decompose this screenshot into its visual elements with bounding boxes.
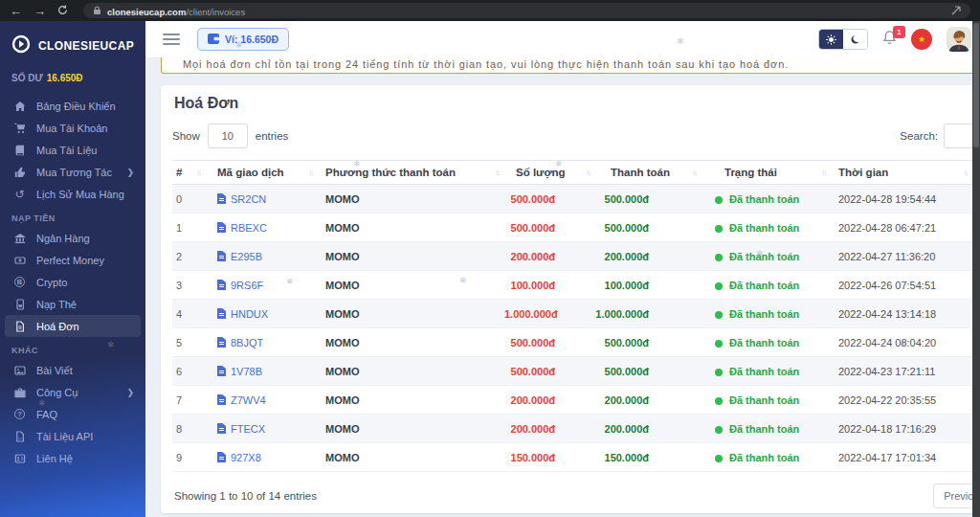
send-icon[interactable]: [951, 6, 961, 15]
status-dot: [715, 397, 723, 405]
sidebar-item-api-docs[interactable]: Tài Liệu API: [0, 425, 145, 447]
cell-index: 9: [172, 443, 206, 472]
sidebar-item-invoices[interactable]: Hoá Đơn: [5, 315, 141, 337]
sidebar-item-label: FAQ: [36, 409, 57, 420]
brand-logo[interactable]: CLONESIEUCAP: [0, 21, 145, 65]
sidebar-item-top-up-card[interactable]: Nạp Thẻ: [0, 293, 145, 315]
cell-method: MOMO: [318, 242, 504, 271]
status-dot: [715, 254, 723, 261]
file-icon: [217, 193, 226, 204]
invoice-link[interactable]: 8BJQT: [217, 337, 318, 348]
image-icon: [13, 365, 26, 376]
show-label: Show: [172, 130, 200, 142]
invoice-link[interactable]: RBEXC: [217, 222, 318, 234]
sidebar-item-dashboard[interactable]: Bảng Điều Khiển: [0, 95, 145, 117]
invoice-link[interactable]: Z7WV4: [217, 394, 318, 406]
sidebar-item-faq[interactable]: ? FAQ: [0, 403, 145, 425]
cell-quantity: 200.000đ: [504, 386, 595, 415]
sidebar-item-label: Công Cụ: [36, 387, 78, 398]
book-icon: [13, 145, 26, 156]
sidebar: CLONESIEUCAP SỐ DƯ16.650Đ Bảng Điều Khiể…: [0, 21, 145, 517]
sort-icon: ↑↓: [587, 169, 590, 177]
cell-index: 0: [172, 185, 206, 214]
back-icon[interactable]: ←: [10, 5, 22, 17]
balance-value: 16.650Đ: [47, 73, 83, 83]
invoice-link[interactable]: HNDUX: [217, 308, 318, 320]
sidebar-item-contact[interactable]: Liên Hệ: [0, 447, 145, 469]
file-icon: [217, 251, 226, 261]
dark-mode-icon[interactable]: [843, 30, 867, 49]
bank-icon: [13, 233, 26, 244]
sidebar-item-crypto[interactable]: B Crypto: [0, 271, 145, 293]
column-header-code[interactable]: Mã giao dịch↑↓: [206, 161, 318, 185]
thumbs-up-icon: [13, 167, 26, 178]
column-header-quantity[interactable]: Số lượng↑↓: [504, 161, 595, 185]
cell-quantity: 100.000đ: [504, 271, 595, 300]
address-bar[interactable]: clonesieucap.com/client/invoices: [83, 3, 970, 18]
table-row: 9 927X8 MOMO 150.000đ 150.000đ Đã thanh …: [172, 443, 972, 472]
sort-icon: ↑↓: [197, 169, 201, 177]
forward-icon[interactable]: →: [33, 5, 46, 17]
cell-time: 2022-04-28 19:54:44: [831, 185, 972, 214]
column-header-payment[interactable]: Thanh toán↑↓: [595, 161, 702, 185]
sort-icon: ↑↓: [496, 169, 500, 177]
cell-status: Đã thanh toán: [702, 328, 831, 357]
cell-code: Z7WV4: [206, 386, 318, 415]
reload-icon[interactable]: [57, 5, 68, 17]
cell-code: RBEXC: [206, 214, 318, 242]
cell-payment: 500.000đ: [595, 214, 702, 242]
invoice-link[interactable]: E295B: [217, 251, 318, 262]
scrollbar[interactable]: [972, 21, 980, 517]
column-header-time[interactable]: Thời gian↑↓: [831, 161, 972, 185]
avatar[interactable]: [947, 27, 971, 52]
brand-logo-icon: [11, 34, 31, 57]
language-flag-icon[interactable]: ★: [911, 29, 932, 50]
status-dot: [715, 225, 723, 233]
cell-quantity: 200.000đ: [504, 415, 595, 443]
sidebar-item-buy-accounts[interactable]: Mua Tài Khoản: [0, 117, 145, 139]
sidebar-item-perfect-money[interactable]: Perfect Money: [0, 249, 145, 271]
page-length-select[interactable]: 10: [208, 124, 248, 148]
column-header-status[interactable]: Trạng thái↑↓: [702, 161, 831, 185]
notifications-button[interactable]: 1: [882, 30, 897, 49]
sidebar-item-label: Bài Viết: [36, 365, 73, 376]
status-dot: [715, 311, 723, 319]
cell-index: 1: [172, 214, 206, 242]
sidebar-item-buy-documents[interactable]: Mua Tài Liệu: [0, 139, 145, 161]
sidebar-item-bank[interactable]: Ngân Hàng: [0, 227, 145, 249]
cell-quantity: 1.000.000đ: [504, 300, 595, 328]
sidebar-item-buy-interactions[interactable]: Mua Tương Tác ❯: [0, 161, 145, 183]
invoice-link[interactable]: SR2CN: [217, 193, 318, 205]
column-header-index[interactable]: #↑↓: [172, 161, 206, 185]
file-icon: [217, 452, 226, 462]
table-row: 6 1V78B MOMO 500.000đ 500.000đ Đã thanh …: [172, 357, 972, 386]
cell-method: MOMO: [318, 357, 504, 386]
column-header-method[interactable]: Phương thức thanh toán↑↓: [318, 161, 504, 185]
light-mode-icon[interactable]: [819, 30, 843, 49]
sidebar-item-label: Liên Hệ: [36, 453, 73, 464]
alert-banner: Mọi hoá đơn chỉ tồn tại trong 24 tiếng t…: [161, 57, 974, 74]
invoice-link[interactable]: 9RS6F: [217, 280, 318, 291]
theme-toggle[interactable]: [818, 29, 868, 50]
invoice-link[interactable]: FTECX: [217, 423, 318, 435]
cell-time: 2022-04-22 20:35:55: [831, 386, 972, 415]
cell-code: FTECX: [206, 415, 318, 443]
sidebar-item-label: Mua Tương Tác: [36, 167, 112, 178]
history-icon: ↺: [13, 189, 26, 200]
sidebar-item-purchase-history[interactable]: ↺ Lịch Sử Mua Hàng: [0, 183, 145, 205]
menu-toggle-icon[interactable]: [163, 34, 180, 45]
sidebar-item-tools[interactable]: Công Cụ ❯: [0, 381, 145, 403]
sidebar-item-articles[interactable]: Bài Viết: [0, 359, 145, 381]
scrollbar-thumb[interactable]: [973, 23, 979, 147]
sidebar-item-label: Ngân Hàng: [36, 233, 90, 244]
wallet-balance: Ví: 16.650Đ: [225, 34, 278, 45]
cell-time: 2022-04-24 08:04:20: [831, 328, 972, 357]
invoice-link[interactable]: 927X8: [217, 452, 318, 463]
cell-status: Đã thanh toán: [702, 357, 831, 386]
browser-toolbar: ← → clonesieucap.com/client/invoices: [0, 0, 980, 21]
cell-time: 2022-04-18 17:16:29: [831, 415, 972, 443]
notification-badge: 1: [893, 26, 905, 38]
invoice-link[interactable]: 1V78B: [217, 366, 318, 377]
brand-name: CLONESIEUCAP: [38, 39, 134, 53]
wallet-button[interactable]: Ví: 16.650Đ: [197, 28, 289, 51]
